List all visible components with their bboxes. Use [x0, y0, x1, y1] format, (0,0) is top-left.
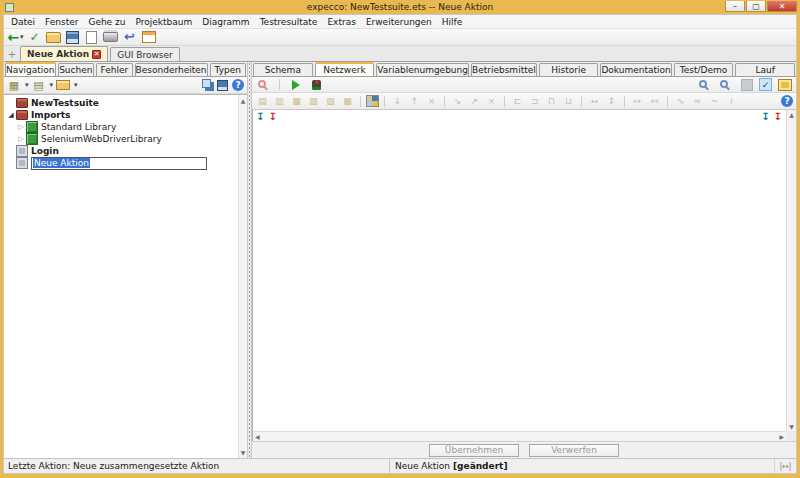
tab-schema[interactable]: Schema: [253, 63, 313, 76]
tree-expander-icon[interactable]: [16, 123, 26, 131]
document-tab-gui-browser[interactable]: GUI Browser: [110, 47, 180, 61]
menu-item-fenster[interactable]: Fenster: [40, 16, 83, 28]
help-icon[interactable]: ?: [232, 79, 244, 91]
canvas-hscrollbar[interactable]: ◀ ▶: [253, 431, 786, 441]
window-title: expecco: NewTestsuite.ets -- Neue Aktion: [0, 2, 800, 12]
close-button[interactable]: ✕: [767, 1, 797, 12]
tab-betriebsmittel[interactable]: Betriebsmittel: [471, 63, 537, 76]
apply-button[interactable]: Übernehmen: [429, 444, 519, 457]
tab-fehler[interactable]: Fehler: [96, 63, 133, 76]
schedule-icon[interactable]: [140, 30, 157, 45]
scroll-up-icon[interactable]: ▲: [787, 110, 796, 119]
undo-icon[interactable]: [121, 30, 138, 45]
tab-label: Neue Aktion: [27, 49, 89, 59]
align-bottom-icon: ⊔: [561, 95, 576, 108]
zoom-out-icon[interactable]: [717, 77, 734, 92]
scroll-up-icon[interactable]: ▲: [241, 95, 246, 106]
scroll-left-icon[interactable]: ◀: [253, 432, 262, 441]
tab-close-icon[interactable]: ✕: [92, 50, 101, 59]
scroll-down-icon[interactable]: ▼: [241, 447, 246, 458]
tree-expander-icon[interactable]: [6, 111, 16, 119]
minimize-button[interactable]: –: [725, 1, 745, 12]
windows-icon[interactable]: [198, 79, 212, 92]
tree-expander-icon[interactable]: [16, 135, 26, 143]
output-pin-icon[interactable]: ↧: [268, 112, 276, 122]
maximize-button[interactable]: ▢: [746, 1, 766, 12]
input-pin-icon[interactable]: ↧: [256, 112, 264, 122]
tab-variablenumgebung[interactable]: Variablenumgebung: [376, 63, 469, 76]
debug-button[interactable]: [308, 77, 325, 92]
menu-item-testresultate[interactable]: Testresultate: [255, 16, 323, 28]
dropdown-caret-icon[interactable]: ▾: [74, 81, 78, 89]
run-button[interactable]: [287, 77, 304, 92]
help-icon[interactable]: ?: [781, 95, 793, 107]
tab-suchen[interactable]: Suchen: [58, 63, 95, 76]
palette-icon: [366, 95, 379, 107]
menu-item-gehe-zu[interactable]: Gehe zu: [83, 16, 130, 28]
tab-navigation[interactable]: Navigation: [5, 62, 56, 76]
canvas-vscrollbar[interactable]: ▲ ▼: [786, 110, 796, 431]
tree-item-neue-aktion[interactable]: Neue Aktion: [6, 157, 238, 169]
output-pin-icon[interactable]: ↧: [774, 112, 782, 122]
tab-besonderheiten[interactable]: Besonderheiten: [135, 63, 208, 76]
input-pin-icon[interactable]: ↧: [761, 112, 769, 122]
menu-item-erweiterungen[interactable]: Erweiterungen: [361, 16, 437, 28]
print-icon[interactable]: [102, 30, 119, 45]
separator: [624, 96, 625, 107]
tab-historie[interactable]: Historie: [539, 63, 599, 76]
new-document-icon[interactable]: [83, 30, 100, 45]
back-icon[interactable]: ▾: [7, 30, 24, 45]
disk-icon[interactable]: [215, 79, 229, 92]
discard-button[interactable]: Verwerfen: [529, 444, 619, 457]
tree-item-seleniumwebdriverlibrary[interactable]: SeleniumWebDriverLibrary: [6, 133, 238, 145]
separator: [279, 79, 280, 90]
separator: [360, 96, 361, 107]
route-style-2-icon: ≈: [690, 95, 705, 108]
new-folder-icon[interactable]: [56, 79, 70, 92]
tab-label: Besonderheiten: [136, 65, 207, 75]
dropdown-caret-icon[interactable]: ▾: [20, 33, 24, 41]
delete-icon: ▩: [340, 95, 355, 108]
tab-label: Netzwerk: [323, 65, 365, 75]
menu-item-extras[interactable]: Extras: [322, 16, 360, 28]
menu-item-datei[interactable]: Datei: [6, 16, 40, 28]
new-item-icon[interactable]: [7, 79, 21, 92]
tree-rename-input[interactable]: Neue Aktion: [31, 157, 207, 170]
snap-checkbox[interactable]: ✓: [759, 78, 772, 91]
tree-scrollbar[interactable]: ▲ ▼: [238, 95, 247, 458]
menu-item-projektbaum[interactable]: Projektbaum: [130, 16, 197, 28]
save-icon[interactable]: [64, 30, 81, 45]
zoom-in-icon[interactable]: [696, 77, 713, 92]
menu-item-diagramm[interactable]: Diagramm: [197, 16, 254, 28]
search-icon[interactable]: [255, 77, 272, 92]
action-icon: [16, 158, 28, 169]
dropdown-caret-icon[interactable]: ▾: [25, 81, 29, 89]
menu-item-hilfe[interactable]: Hilfe: [437, 16, 467, 28]
add-tab-button[interactable]: +: [6, 48, 18, 60]
tab-test-demo[interactable]: Test/Demo: [674, 63, 734, 76]
tree-item-login[interactable]: Login: [6, 145, 238, 157]
paste-icon: ▦: [289, 95, 304, 108]
distribute-v-icon: ↕: [604, 95, 619, 108]
titlebar: expecco: NewTestsuite.ets -- Neue Aktion…: [0, 0, 800, 14]
camera-icon[interactable]: [776, 77, 793, 92]
tab-typen[interactable]: Typen: [210, 63, 247, 76]
scroll-right-icon[interactable]: ▶: [777, 432, 786, 441]
accept-icon[interactable]: [26, 30, 43, 45]
tab-dokumentation[interactable]: Dokumentation: [600, 63, 671, 76]
tree-item-standard-library[interactable]: Standard Library: [6, 121, 238, 133]
run-toolbar: ✓: [252, 77, 796, 93]
open-folder-icon[interactable]: [45, 30, 62, 45]
tree-item-newtestsuite[interactable]: NewTestsuite: [6, 97, 238, 109]
scroll-down-icon[interactable]: ▼: [787, 422, 796, 431]
align-left-icon: ⊏: [510, 95, 525, 108]
document-tab-neue-aktion[interactable]: Neue Aktion✕: [20, 46, 108, 61]
tab-netzwerk[interactable]: Netzwerk: [315, 62, 375, 76]
canvas-surface[interactable]: [253, 110, 786, 431]
new-group-icon[interactable]: [32, 79, 46, 92]
tree-item-imports[interactable]: Imports: [6, 109, 238, 121]
resize-grip-icon[interactable]: |↔|: [774, 459, 796, 473]
network-canvas[interactable]: ↧↧ ↧↧ ▲ ▼ ◀ ▶: [252, 110, 796, 441]
dropdown-caret-icon[interactable]: ▾: [50, 81, 54, 89]
tab-lauf[interactable]: Lauf: [735, 63, 795, 76]
